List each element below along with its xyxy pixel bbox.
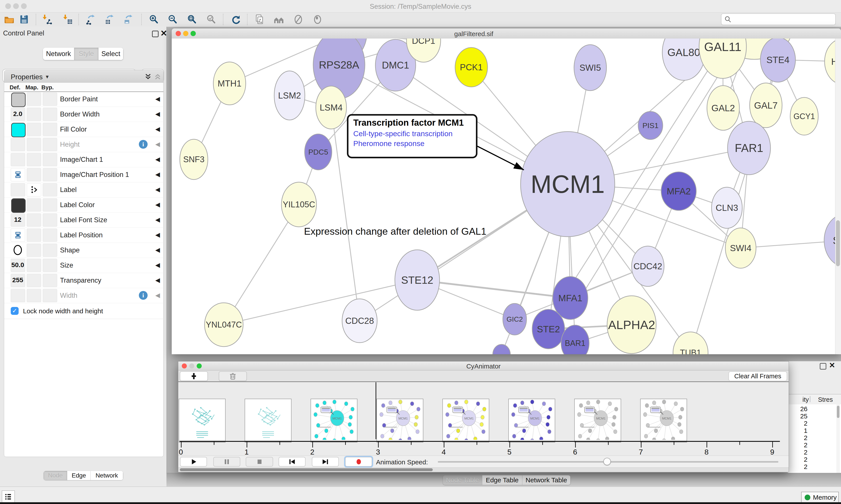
- info-icon[interactable]: i: [139, 291, 148, 300]
- expand-property-icon[interactable]: ◀: [155, 246, 160, 254]
- tab-edge[interactable]: Edge: [67, 471, 91, 480]
- save-session-icon[interactable]: [19, 14, 29, 25]
- tab-edge-table[interactable]: Edge Table: [482, 475, 522, 485]
- property-row-label-position[interactable]: Label Position◀: [4, 228, 163, 243]
- expand-property-icon[interactable]: ◀: [155, 292, 160, 299]
- float-panel-icon[interactable]: [820, 363, 826, 370]
- info-icon[interactable]: i: [139, 140, 148, 149]
- network-node-GCY1[interactable]: GCY1: [790, 97, 818, 135]
- expand-all-icon[interactable]: [144, 73, 152, 80]
- network-node-SWI5[interactable]: SWI5: [574, 45, 606, 91]
- export-image-icon[interactable]: [124, 14, 134, 25]
- property-row-image-chart-position-1[interactable]: Image/Chart Position 1◀: [4, 167, 163, 182]
- property-row-label[interactable]: Label◀: [4, 182, 163, 197]
- export-network-icon[interactable]: [86, 14, 96, 25]
- property-row-border-paint[interactable]: Border Paint◀: [4, 91, 163, 107]
- animation-frame-3[interactable]: MCM1: [376, 399, 423, 441]
- cyanimator-titlebar[interactable]: CyAnimator: [178, 361, 789, 371]
- property-row-fill-color[interactable]: Fill Color◀: [4, 122, 163, 137]
- network-node-FAR1[interactable]: FAR1: [728, 121, 770, 175]
- first-neighbors-icon[interactable]: [273, 14, 284, 25]
- network-node-LSM2[interactable]: LSM2: [274, 71, 305, 120]
- network-node-MTH1[interactable]: MTH1: [213, 62, 246, 105]
- animation-frame-2[interactable]: MCM1: [310, 399, 357, 441]
- zoom-fit-icon[interactable]: [187, 14, 197, 25]
- window-close-icon[interactable]: [176, 31, 181, 36]
- expand-property-icon[interactable]: ◀: [155, 216, 160, 223]
- property-row-size[interactable]: 50.0Size◀: [4, 258, 163, 273]
- default-value[interactable]: 50.0: [11, 261, 25, 269]
- expand-property-icon[interactable]: ◀: [155, 262, 160, 269]
- network-node-STE4[interactable]: STE4: [761, 38, 795, 82]
- annotation-link[interactable]: Cell-type-specific transcription: [353, 129, 476, 138]
- default-value[interactable]: 255: [11, 276, 25, 284]
- default-swatch[interactable]: [11, 123, 25, 137]
- network-node-NODE_S[interactable]: [493, 344, 510, 354]
- window-minimize-icon[interactable]: [183, 31, 189, 36]
- network-node-CDC28[interactable]: CDC28: [342, 299, 377, 343]
- cyanimator-hscrollbar[interactable]: [178, 467, 789, 472]
- expand-property-icon[interactable]: ◀: [155, 156, 160, 163]
- animation-frame-6[interactable]: MCM1: [574, 399, 621, 441]
- network-node-YNL047C[interactable]: YNL047C: [204, 303, 243, 346]
- memory-button[interactable]: Memory: [801, 492, 839, 503]
- network-node-PIS1[interactable]: PIS1: [638, 111, 663, 140]
- close-panel-icon[interactable]: ✕: [160, 29, 167, 38]
- timeline-playhead[interactable]: [376, 382, 376, 439]
- zoom-in-icon[interactable]: [149, 14, 159, 25]
- lock-dimensions-checkbox[interactable]: ✓: [11, 307, 19, 315]
- network-node-GAL2[interactable]: GAL2: [707, 86, 739, 130]
- property-row-height[interactable]: Heighti◀: [4, 137, 163, 152]
- network-node-GAL7[interactable]: GAL7: [750, 83, 782, 128]
- network-node-SWI4[interactable]: SWI4: [726, 228, 756, 268]
- network-node-PDC5[interactable]: PDC5: [305, 134, 332, 170]
- animation-frame-7[interactable]: MCM1: [640, 399, 687, 441]
- tab-node-table[interactable]: Node Table: [443, 475, 482, 485]
- expand-property-icon[interactable]: ◀: [155, 186, 160, 193]
- show-panels-button[interactable]: [2, 490, 15, 503]
- step-back-button[interactable]: [279, 457, 305, 467]
- network-node-MCM1[interactable]: MCM1: [521, 131, 615, 237]
- zoom-selected-icon[interactable]: [206, 14, 217, 25]
- property-row-border-width[interactable]: 2.0Border Width◀: [4, 107, 163, 122]
- tab-node[interactable]: Node: [43, 471, 67, 480]
- animation-frame-0[interactable]: [179, 399, 226, 441]
- expand-property-icon[interactable]: ◀: [155, 125, 160, 133]
- network-vertical-scrollbar[interactable]: [835, 38, 841, 354]
- close-panel-icon[interactable]: ✕: [829, 361, 835, 370]
- property-row-shape[interactable]: Shape◀: [4, 242, 163, 258]
- network-node-GAL80[interactable]: GAL80: [662, 38, 705, 80]
- clone-network-icon[interactable]: [254, 14, 265, 25]
- tab-style[interactable]: Style: [74, 48, 99, 60]
- animation-speed-slider-thumb[interactable]: [603, 458, 611, 465]
- network-canvas[interactable]: RPS28ADMC1DCP1PCK1MTH1LSM2LSM4SWI5GAL80G…: [172, 38, 841, 354]
- default-swatch[interactable]: [11, 93, 25, 107]
- default-value[interactable]: 2.0: [11, 110, 25, 118]
- network-window-titlebar[interactable]: galFiltered.sif: [172, 29, 841, 39]
- export-table-icon[interactable]: [105, 14, 115, 25]
- animation-frame-4[interactable]: MCM1: [442, 399, 489, 441]
- network-node-LSM4[interactable]: LSM4: [316, 86, 346, 129]
- property-row-image-chart-1[interactable]: Image/Chart 1◀: [4, 152, 163, 167]
- collapse-all-icon[interactable]: [154, 73, 161, 80]
- hide-selected-icon[interactable]: [293, 14, 304, 25]
- record-button[interactable]: [345, 457, 372, 467]
- default-swatch[interactable]: [11, 198, 25, 213]
- annotation-link[interactable]: Pheromone response: [353, 139, 476, 148]
- network-node-CDC42[interactable]: CDC42: [632, 246, 664, 286]
- network-node-CLN3[interactable]: CLN3: [712, 187, 742, 228]
- tab-network-table[interactable]: Network Table: [522, 475, 571, 485]
- animation-frame-1[interactable]: [245, 399, 291, 441]
- network-node-PCK1[interactable]: PCK1: [455, 48, 487, 87]
- expand-property-icon[interactable]: ◀: [155, 141, 160, 148]
- refresh-icon[interactable]: [231, 14, 241, 25]
- network-node-BAR1[interactable]: BAR1: [561, 325, 589, 354]
- float-panel-icon[interactable]: [152, 31, 159, 37]
- play-button[interactable]: [180, 457, 207, 467]
- annotation-box[interactable]: Transcription factor MCM1 Cell-type-spec…: [347, 114, 478, 158]
- add-frame-button[interactable]: [180, 371, 208, 381]
- tab-select[interactable]: Select: [99, 48, 123, 60]
- network-node-STE12[interactable]: STE12: [395, 250, 440, 310]
- clear-all-frames-button[interactable]: Clear All Frames: [729, 371, 787, 381]
- open-session-icon[interactable]: [4, 14, 15, 25]
